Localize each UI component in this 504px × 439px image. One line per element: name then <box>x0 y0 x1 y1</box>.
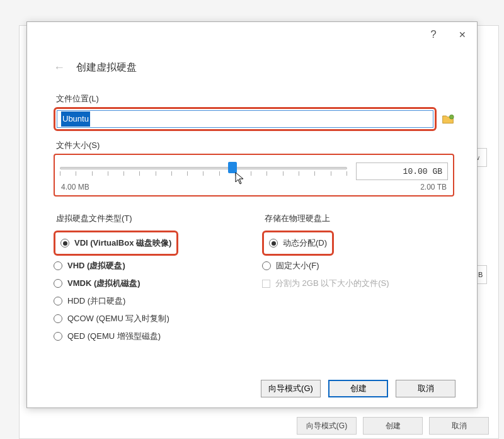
bg-cancel-button[interactable]: 取消 <box>429 417 489 435</box>
file-location-value: Ubuntu <box>61 111 90 127</box>
disk-type-label-text: QCOW (QEMU 写入时复制) <box>67 313 169 324</box>
storage-fixed[interactable]: 固定大小(F) <box>262 257 454 275</box>
storage-dynamic[interactable]: 动态分配(D) <box>269 234 327 252</box>
radio-icon <box>54 297 62 305</box>
storage-highlight: 动态分配(D) <box>262 231 334 256</box>
disk-type-label-text: HDD (并口硬盘) <box>67 295 125 307</box>
svg-point-0 <box>450 115 454 119</box>
split-2gb-checkbox: 分割为 2GB 以下大小的文件(S) <box>262 275 454 292</box>
storage-opt-label: 固定大小(F) <box>276 260 319 271</box>
bg-create-button[interactable]: 创建 <box>363 417 423 435</box>
disk-type-vdi[interactable]: VDI (VirtualBox 磁盘映像) <box>60 234 171 252</box>
disk-type-group: VDI (VirtualBox 磁盘映像) VHD (虚拟硬盘) VMDK (虚… <box>54 227 246 348</box>
checkbox-icon <box>262 280 270 288</box>
help-button[interactable]: ? <box>419 23 448 46</box>
file-location-label: 文件位置(L) <box>56 93 452 105</box>
disk-type-highlight: VDI (VirtualBox 磁盘映像) <box>54 231 178 256</box>
storage-opt-label: 动态分配(D) <box>283 237 327 249</box>
disk-type-qcow[interactable]: QCOW (QEMU 写入时复制) <box>54 310 246 328</box>
close-button[interactable]: ✕ <box>448 23 477 46</box>
disk-type-label-text: VDI (VirtualBox 磁盘映像) <box>74 237 171 249</box>
file-size-label: 文件大小(S) <box>56 140 452 151</box>
radio-icon <box>60 239 69 248</box>
radio-icon <box>262 261 271 270</box>
disk-type-label-text: VMDK (虚拟机磁盘) <box>67 278 140 289</box>
create-virtual-disk-dialog: ? ✕ ← 创建虚拟硬盘 文件位置(L) Ubuntu 文件大小(S) <box>26 21 478 408</box>
file-location-highlight: Ubuntu <box>54 107 437 131</box>
slider-min-label: 4.00 MB <box>61 183 89 191</box>
file-location-input[interactable]: Ubuntu <box>57 110 433 128</box>
disk-type-hdd[interactable]: HDD (并口硬盘) <box>54 292 246 310</box>
disk-type-label-text: QED (QEMU 增强型磁盘) <box>67 331 161 342</box>
size-value-box[interactable]: 10.00 GB <box>356 162 448 180</box>
storage-label: 存储在物理硬盘上 <box>265 213 452 224</box>
disk-type-vhd[interactable]: VHD (虚拟硬盘) <box>54 257 246 275</box>
radio-icon <box>269 239 278 248</box>
size-slider[interactable] <box>60 167 347 176</box>
guide-mode-button[interactable]: 向导模式(G) <box>261 380 321 397</box>
dialog-title: 创建虚拟硬盘 <box>76 61 137 74</box>
slider-max-label: 2.00 TB <box>420 183 447 191</box>
split-label: 分割为 2GB 以下大小的文件(S) <box>275 278 389 289</box>
storage-group: 动态分配(D) 固定大小(F) 分割为 2GB 以下大小的文件(S) <box>262 227 454 295</box>
slider-thumb[interactable] <box>228 162 237 173</box>
browse-folder-icon[interactable] <box>442 113 454 125</box>
disk-type-label-text: VHD (虚拟硬盘) <box>67 260 125 271</box>
disk-type-label: 虚拟硬盘文件类型(T) <box>56 213 243 224</box>
disk-type-vmdk[interactable]: VMDK (虚拟机磁盘) <box>54 275 246 292</box>
radio-icon <box>54 261 62 270</box>
bg-guide-button[interactable]: 向导模式(G) <box>297 417 357 435</box>
disk-type-qed[interactable]: QED (QEMU 增强型磁盘) <box>54 328 246 345</box>
back-arrow-icon[interactable]: ← <box>54 61 65 74</box>
cancel-button[interactable]: 取消 <box>396 380 455 397</box>
file-size-highlight: 10.00 GB 4.00 MB 2.00 TB <box>54 154 454 197</box>
create-button[interactable]: 创建 <box>328 380 388 397</box>
radio-icon <box>54 332 62 341</box>
radio-icon <box>54 314 62 323</box>
radio-icon <box>54 279 62 288</box>
